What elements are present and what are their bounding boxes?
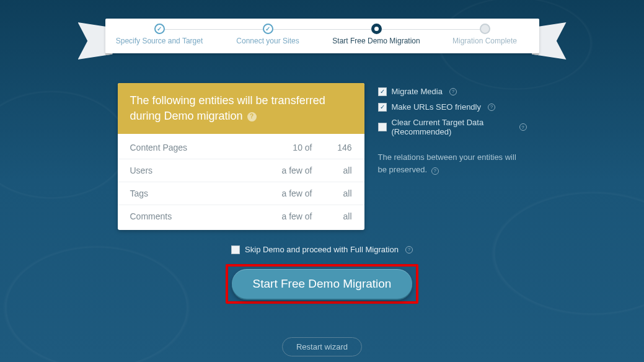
start-demo-migration-button[interactable]: Start Free Demo Migration [232,269,413,299]
option-label: Clear Current Target Data (Recommended) [392,118,513,136]
restart-wizard-button[interactable]: Restart wizard [282,337,362,356]
entity-name: Content Pages [130,143,270,152]
progress-stepper: Specify Source and Target Connect your S… [105,19,539,53]
question-icon[interactable]: ? [405,246,413,254]
entities-card: The following entities will be transferr… [118,83,364,230]
entity-name: Users [130,166,270,175]
entity-qty: 10 of [270,143,312,152]
table-row: Comments a few of all [118,205,364,227]
step-label: Migration Complete [431,37,539,45]
entity-total: all [322,188,352,198]
entity-qty: a few of [270,211,312,221]
question-icon[interactable]: ? [449,88,457,95]
entity-total: 146 [322,143,352,152]
table-row: Tags a few of all [118,182,364,205]
question-icon[interactable]: ? [431,167,439,175]
options-panel: ✓ Migrate Media ? ✓ Make URLs SEO friend… [378,83,527,175]
future-step-icon [480,24,490,34]
option-clear-target[interactable]: Clear Current Target Data (Recommended) … [378,118,527,136]
card-heading: The following entities will be transferr… [118,83,364,134]
question-icon[interactable]: ? [519,123,527,131]
current-step-icon [371,24,382,34]
entity-qty: a few of [270,188,312,198]
entities-table: Content Pages 10 of 146 Users a few of a… [118,134,364,230]
card-heading-text: The following entities will be transferr… [130,94,325,122]
check-icon [154,24,165,34]
entity-total: all [322,211,352,221]
checkbox-checked-icon[interactable]: ✓ [378,87,387,96]
question-icon[interactable]: ? [488,104,495,111]
option-seo-urls[interactable]: ✓ Make URLs SEO friendly ? [378,102,527,112]
step-label: Connect your Sites [214,37,322,45]
step-source-target[interactable]: Specify Source and Target [105,19,214,53]
option-label: Make URLs SEO friendly [392,102,482,112]
note-text: The relations between your entities will… [378,152,516,174]
step-label: Start Free Demo Migration [322,37,431,45]
entity-total: all [322,166,352,175]
checkbox-unchecked-icon[interactable] [378,123,387,131]
step-demo-migration[interactable]: Start Free Demo Migration [322,19,431,53]
step-connect-sites[interactable]: Connect your Sites [214,19,322,53]
skip-demo-option[interactable]: Skip Demo and proceed with Full Migratio… [231,245,413,254]
cta-highlight-box: Start Free Demo Migration [226,264,419,304]
entity-qty: a few of [270,166,312,175]
table-row: Users a few of all [118,159,364,182]
question-icon[interactable]: ? [247,112,257,121]
step-label: Specify Source and Target [105,37,214,45]
checkbox-unchecked-icon[interactable] [231,245,240,254]
relations-note: The relations between your entities will… [378,151,527,175]
entity-name: Tags [130,188,270,198]
table-row: Content Pages 10 of 146 [118,136,364,159]
skip-label: Skip Demo and proceed with Full Migratio… [245,245,399,254]
option-migrate-media[interactable]: ✓ Migrate Media ? [378,87,527,96]
option-label: Migrate Media [392,87,443,96]
check-icon [263,24,273,34]
entity-name: Comments [130,211,270,221]
checkbox-checked-icon[interactable]: ✓ [378,103,387,112]
step-complete: Migration Complete [431,19,539,53]
